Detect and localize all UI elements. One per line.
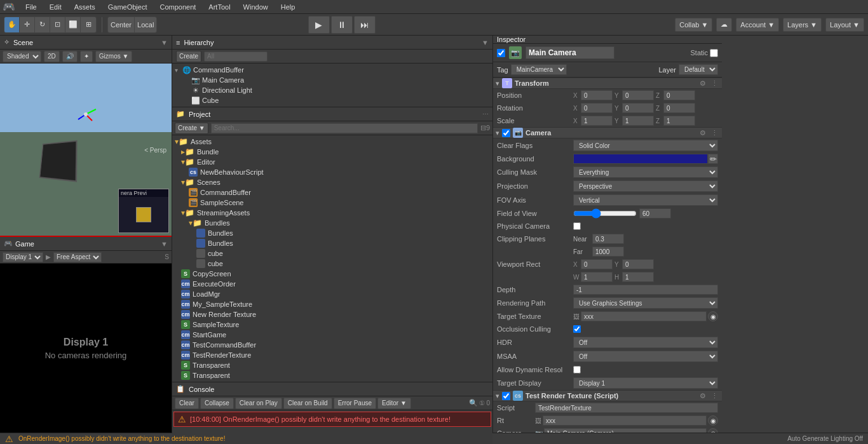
position-z-input[interactable]: [663, 90, 695, 100]
proj-streaming-assets[interactable]: ▾📁 StreamingAssets: [173, 208, 491, 218]
hierarchy-close[interactable]: ▼: [482, 39, 489, 46]
fx-button[interactable]: ✦: [80, 51, 93, 62]
scale-x-input[interactable]: [581, 116, 613, 126]
scale-y-input[interactable]: [622, 116, 654, 126]
vp-w-input[interactable]: [581, 272, 613, 282]
vp-y-input[interactable]: [622, 259, 654, 269]
position-x-input[interactable]: [581, 90, 613, 100]
script-active-checkbox[interactable]: [502, 392, 510, 400]
proj-samplescene[interactable]: 🎬 SampleScene: [173, 198, 491, 208]
hdr-select[interactable]: Off: [573, 337, 718, 348]
proj-assets[interactable]: ▾📁 Assets: [173, 137, 491, 147]
project-search[interactable]: [211, 123, 478, 133]
hierarchy-search[interactable]: [204, 51, 268, 62]
transform-overflow-btn[interactable]: ⋮: [709, 78, 719, 88]
target-tex-input[interactable]: [581, 311, 707, 321]
rt-input[interactable]: [543, 415, 707, 426]
msaa-select[interactable]: Off: [573, 351, 718, 362]
console-tab[interactable]: Console: [189, 386, 214, 393]
game-panel-close[interactable]: ▼: [161, 240, 168, 248]
vp-x-input[interactable]: [581, 259, 613, 269]
proj-executeorder[interactable]: cm ExecuteOrder: [173, 279, 491, 289]
proj-startgame[interactable]: cm StartGame: [173, 330, 491, 340]
proj-loadmgr[interactable]: cm LoadMgr: [173, 289, 491, 299]
occlusion-checkbox[interactable]: [573, 325, 581, 333]
transform-tool[interactable]: ⊞: [81, 17, 96, 32]
proj-render-texture[interactable]: cm New Render Texture: [173, 309, 491, 320]
script-settings-btn[interactable]: ⚙: [698, 391, 708, 401]
rotate-tool[interactable]: ↻: [35, 17, 50, 32]
transform-header[interactable]: ▾ T Transform ⚙ ⋮: [493, 77, 722, 89]
scene-tab[interactable]: Scene: [13, 39, 33, 46]
proj-my-sample-texture[interactable]: cm My_SampleTexture: [173, 299, 491, 309]
proj-copyscreen[interactable]: S CopyScreen: [173, 269, 491, 279]
background-color-swatch[interactable]: [573, 154, 708, 164]
physical-checkbox[interactable]: [573, 222, 581, 230]
collapse-button[interactable]: Collapse: [200, 398, 234, 409]
camera-settings-btn[interactable]: ⚙: [698, 128, 708, 138]
error-pause-button[interactable]: Error Pause: [334, 398, 376, 409]
menu-gameobject[interactable]: GameObject: [105, 2, 150, 12]
render-path-select[interactable]: Use Graphics Settings: [573, 297, 718, 309]
rotation-z-input[interactable]: [663, 103, 695, 113]
proj-bundles1[interactable]: Bundles: [173, 228, 491, 238]
menu-assets[interactable]: Assets: [72, 2, 98, 12]
hierarchy-create-button[interactable]: Create: [176, 51, 201, 62]
project-tab[interactable]: Project: [189, 111, 210, 118]
camera-picker[interactable]: ◉: [708, 428, 718, 433]
step-button[interactable]: ⏭: [354, 16, 376, 34]
menu-help[interactable]: Help: [278, 2, 298, 12]
fov-input[interactable]: [639, 208, 671, 219]
position-y-input[interactable]: [622, 90, 654, 100]
cloud-button[interactable]: ☁: [716, 18, 732, 32]
proj-testrendertexture[interactable]: cm TestRenderTexture: [173, 350, 491, 360]
hierarchy-item-main-camera[interactable]: 📷 Main Camera: [173, 75, 491, 85]
local-button[interactable]: Local: [135, 17, 156, 32]
proj-bundle[interactable]: ▸📁 Bundle: [173, 147, 491, 157]
camera-overflow-btn[interactable]: ⋮: [709, 128, 719, 138]
rotation-x-input[interactable]: [581, 103, 613, 113]
hierarchy-tab[interactable]: Hierarchy: [184, 39, 214, 46]
camera-field-input[interactable]: [544, 428, 707, 433]
clear-on-play-button[interactable]: Clear on Play: [235, 398, 282, 409]
tag-select[interactable]: MainCamera: [511, 64, 567, 75]
proj-bundles2[interactable]: Bundles: [173, 238, 491, 248]
hand-tool[interactable]: ✋: [4, 17, 20, 32]
rotation-y-input[interactable]: [622, 103, 654, 113]
clear-button[interactable]: Clear: [175, 398, 199, 409]
audio-button[interactable]: 🔊: [62, 51, 78, 62]
camera-header[interactable]: ▾ 📷 Camera ⚙ ⋮: [493, 127, 722, 138]
script-header[interactable]: ▾ cs Test Render Texture (Script) ⚙ ⋮: [493, 390, 722, 401]
target-tex-picker[interactable]: ◉: [708, 311, 718, 321]
clear-on-build-button[interactable]: Clear on Build: [283, 398, 332, 409]
console-error-item[interactable]: ⚠ [10:48:00] OnRenderImage() possibly di…: [173, 412, 491, 427]
scale-tool[interactable]: ⊡: [50, 17, 65, 32]
allow-dynamic-checkbox[interactable]: [573, 366, 581, 373]
menu-edit[interactable]: Edit: [47, 2, 64, 12]
editor-button[interactable]: Editor ▼: [377, 398, 411, 409]
near-input[interactable]: [592, 234, 624, 244]
proj-bundles-folder[interactable]: ▾📁 Bundles: [173, 218, 491, 228]
depth-input[interactable]: [573, 285, 718, 295]
move-tool[interactable]: ✛: [20, 17, 35, 32]
vp-h-input[interactable]: [622, 272, 654, 282]
rt-picker[interactable]: ◉: [708, 415, 718, 426]
script-script-input[interactable]: [535, 403, 718, 413]
proj-cube2[interactable]: cube: [173, 259, 491, 269]
scene-view[interactable]: < Persp nera Previ: [0, 64, 172, 236]
menu-window[interactable]: Window: [241, 2, 271, 12]
target-display-select[interactable]: Display 1: [573, 377, 718, 389]
rect-tool[interactable]: ⬜: [65, 17, 81, 32]
play-button[interactable]: ▶: [308, 16, 330, 34]
hierarchy-root[interactable]: ▾ 🌐 CommandBuffer: [173, 65, 491, 75]
hierarchy-item-directional-light[interactable]: ☀ Directional Light: [173, 85, 491, 95]
camera-active-checkbox[interactable]: [502, 129, 510, 137]
transform-settings-btn[interactable]: ⚙: [698, 78, 708, 88]
layout-button[interactable]: Layout ▼: [825, 18, 864, 32]
far-input[interactable]: [592, 246, 624, 257]
script-overflow-btn[interactable]: ⋮: [709, 391, 719, 401]
background-color-picker[interactable]: ✏: [708, 154, 718, 164]
proj-cube1[interactable]: cube: [173, 248, 491, 259]
aspect-select[interactable]: Free Aspect: [53, 252, 102, 262]
inspector-tab[interactable]: Inspector: [497, 36, 526, 43]
